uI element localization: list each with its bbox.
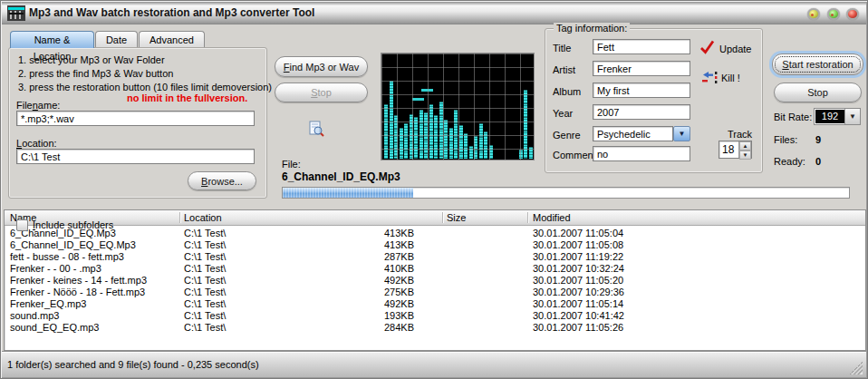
cell-loc: C:\1 Test\ <box>184 263 226 275</box>
cell-mod: 30.01.2007 10:32:24 <box>533 263 624 275</box>
file-search-icon <box>307 120 325 138</box>
browse-button[interactable]: Browse... <box>188 171 256 190</box>
tab-date[interactable]: Date <box>95 31 138 48</box>
cell-mod: 30.01.2007 10:41:42 <box>533 310 624 322</box>
ready-value: 0 <box>815 156 821 167</box>
table-row[interactable]: sound.mp3C:\1 Test\193KB30.01.2007 10:41… <box>5 310 865 322</box>
spectrum-bar <box>414 117 418 159</box>
table-row[interactable]: Frenker - Nööö - 18 - Fett.mp3C:\1 Test\… <box>5 287 865 298</box>
table-row[interactable]: fett - busse - 08 - fett.mp3C:\1 Test\28… <box>5 251 865 263</box>
genre-dropdown-button[interactable]: ▼ <box>673 126 690 141</box>
spectrum-bars <box>382 54 533 159</box>
spectrum-bar <box>529 147 533 159</box>
cell-mod: 30.01.2007 10:29:36 <box>533 287 624 298</box>
track-spin-down-icon[interactable]: ▼ <box>739 151 751 160</box>
table-row[interactable]: 6_Channel_ID_EQ_EQ.Mp3C:\1 Test\413KB30.… <box>5 239 865 251</box>
instruction-2: 2. press the find Mp3 & Wav button <box>18 68 173 79</box>
comment-label: Comment <box>553 150 596 160</box>
column-header-location[interactable]: Location <box>184 210 222 225</box>
kill-label[interactable]: Kill ! <box>721 73 740 83</box>
include-subfolders-label: Include subfolders <box>33 219 113 230</box>
spectrum-dash <box>412 98 424 101</box>
bitrate-dropdown-button[interactable]: ▼ <box>844 109 860 124</box>
year-input[interactable] <box>593 104 690 120</box>
cell-name: Frenker_EQ.mp3 <box>10 298 86 310</box>
update-label[interactable]: Update <box>719 44 751 54</box>
track-spinner[interactable]: 18 ▲ ▼ <box>719 141 752 159</box>
cell-name: Frenker - keines - 14 - fett.mp3 <box>10 275 147 287</box>
bitrate-combo[interactable]: 192 ▼ <box>814 108 861 125</box>
cell-size: 492KB <box>367 298 414 310</box>
title-bar: Mp3 and Wav batch restoration and Mp3 co… <box>2 2 866 24</box>
tab-advanced[interactable]: Advanced <box>139 31 205 48</box>
cell-loc: C:\1 Test\ <box>184 228 226 239</box>
cell-mod: 30.01.2007 11:19:22 <box>533 251 623 263</box>
cell-mod: 30.01.2007 11:05:04 <box>533 228 623 239</box>
spectrum-bar <box>400 128 403 160</box>
files-value: 9 <box>815 134 821 145</box>
resize-grip-icon[interactable] <box>850 362 863 374</box>
title-input[interactable] <box>593 39 690 54</box>
bitrate-value: 192 <box>815 110 844 123</box>
table-row[interactable]: Frenker - keines - 14 - fett.mp3C:\1 Tes… <box>5 275 865 287</box>
include-subfolders-checkbox[interactable] <box>16 219 28 231</box>
spectrum-bar <box>384 104 388 159</box>
table-row[interactable]: 6_Channel_ID_EQ.Mp3C:\1 Test\413KB30.01.… <box>5 228 865 239</box>
spectrum-bar <box>444 120 448 159</box>
track-spin-up-icon[interactable]: ▲ <box>739 141 751 151</box>
spectrum-bar <box>454 110 458 159</box>
filename-input[interactable] <box>16 111 255 126</box>
cell-name: sound.mp3 <box>10 310 59 322</box>
cell-name: 6_Channel_ID_EQ_EQ.Mp3 <box>10 239 136 251</box>
genre-input[interactable] <box>593 126 673 141</box>
artist-input[interactable] <box>593 61 690 76</box>
spectrum-bar <box>519 150 523 159</box>
minimize-button[interactable] <box>807 8 820 20</box>
find-mp3-wav-button[interactable]: Find Mp3 or Wav <box>275 56 368 77</box>
spectrum-bar <box>479 123 483 159</box>
tab-name-location[interactable]: Name & Location <box>10 31 94 48</box>
location-label: Location: <box>16 138 57 149</box>
album-input[interactable] <box>593 83 690 98</box>
table-row[interactable]: Frenker_EQ.mp3C:\1 Test\492KB30.01.2007 … <box>5 298 865 310</box>
column-header-size[interactable]: Size <box>447 210 466 225</box>
cell-size: 193KB <box>367 310 414 322</box>
progress-bar <box>282 187 850 199</box>
table-row[interactable]: Frenker - - 00 - .mp3C:\1 Test\410KB30.0… <box>5 263 865 275</box>
stop-search-button[interactable]: Stop <box>275 83 368 102</box>
cell-loc: C:\1 Test\ <box>184 251 226 263</box>
cell-size: 492KB <box>367 275 414 287</box>
spectrum-bar <box>404 123 408 159</box>
progress-fill <box>283 188 413 198</box>
files-label: Files: <box>774 134 797 145</box>
name-location-panel: 1. select your Mp3 or Wav Folder 2. pres… <box>8 47 267 199</box>
tag-group-label: Tag information: <box>554 23 630 34</box>
title-label: Title <box>553 43 571 53</box>
maximize-button[interactable] <box>827 8 840 20</box>
cell-name: Frenker - - 00 - .mp3 <box>10 263 101 275</box>
file-table-header: Name Location Size Modified <box>5 210 865 226</box>
current-file-name: 6_Channel_ID_EQ.Mp3 <box>282 170 400 183</box>
cell-name: sound_EQ_EQ.mp3 <box>10 322 99 334</box>
table-row[interactable]: sound_EQ_EQ.mp3C:\1 Test\284KB30.01.2007… <box>5 322 865 334</box>
update-check-icon[interactable] <box>699 40 715 54</box>
spectrum-bar <box>439 102 443 159</box>
stop-restoration-button[interactable]: Stop <box>774 83 862 102</box>
cell-size: 275KB <box>367 287 414 298</box>
cell-mod: 30.01.2007 11:05:20 <box>533 275 623 287</box>
spectrum-bar <box>464 133 468 159</box>
cell-size: 413KB <box>367 228 414 239</box>
comment-input[interactable] <box>593 146 690 161</box>
spectrum-bar <box>424 112 428 159</box>
close-button[interactable] <box>846 8 859 20</box>
start-restoration-button[interactable]: Start restoration <box>772 53 863 75</box>
cell-mod: 30.01.2007 11:05:26 <box>533 322 623 334</box>
cell-name: Frenker - Nööö - 18 - Fett.mp3 <box>10 287 145 298</box>
spectrum-dash <box>421 89 433 92</box>
status-bar: 1 folder(s) searched and 9 file(s) found… <box>2 351 866 377</box>
location-input[interactable] <box>16 149 255 164</box>
kill-icon[interactable] <box>701 70 718 84</box>
spectrum-analyzer <box>381 53 535 160</box>
cell-size: 284KB <box>367 322 414 334</box>
column-header-modified[interactable]: Modified <box>533 210 571 225</box>
